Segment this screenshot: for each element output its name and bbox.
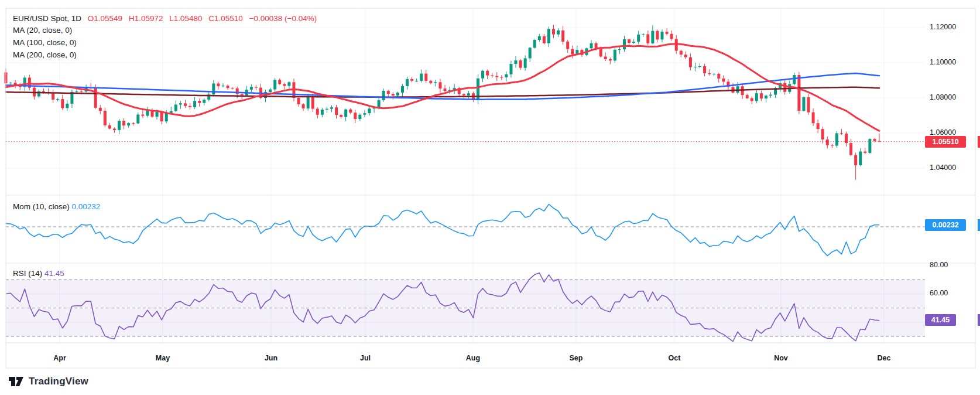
rsi-value-badge: 41.45 [925, 314, 956, 326]
rsi-legend[interactable]: RSI (14) 41.45 [13, 269, 64, 278]
ohlc-change: −0.00038 (−0.04%) [249, 14, 317, 23]
time-tick-label: Apr [53, 354, 66, 362]
momentum-legend-label[interactable]: Mom (10, close) [13, 202, 70, 211]
ohlc-low: L1.05480 [169, 14, 202, 23]
symbol-legend[interactable]: EUR/USD Spot, 1D O1.05549 H1.05972 L1.05… [13, 14, 317, 23]
ohlc-high: H1.05972 [129, 14, 163, 23]
momentum-legend[interactable]: Mom (10, close) 0.00232 [13, 202, 100, 211]
tradingview-logo-text: TradingView [29, 376, 88, 387]
ohlc-open: O1.05549 [88, 14, 122, 23]
rsi-tick-label: 80.00 [930, 261, 948, 269]
rsi-legend-value: 41.45 [44, 269, 64, 278]
time-tick-label: Jul [360, 354, 371, 362]
time-tick-label: May [156, 354, 170, 362]
rsi-tick-label: 60.00 [930, 289, 948, 297]
ma100-legend[interactable]: MA (100, close, 0) [13, 38, 77, 47]
symbol-title[interactable]: EUR/USD Spot, 1D [13, 14, 81, 23]
tradingview-logo[interactable]: TradingView [8, 375, 88, 388]
time-tick-label: Nov [774, 354, 788, 362]
price-tick-label: 1.10000 [930, 58, 956, 66]
price-chart-canvas[interactable] [0, 0, 980, 395]
ohlc-close: C1.05510 [208, 14, 243, 23]
time-tick-label: Jun [265, 354, 277, 362]
tradingview-chart-window: EUR/USD Spot, 1D O1.05549 H1.05972 L1.05… [0, 0, 980, 395]
ma20-legend[interactable]: MA (20, close, 0) [13, 26, 72, 35]
time-tick-label: Oct [669, 354, 681, 362]
price-tick-label: 1.08000 [930, 93, 956, 101]
momentum-legend-value: 0.00232 [72, 202, 101, 211]
rsi-legend-label[interactable]: RSI (14) [13, 269, 42, 278]
ma200-legend[interactable]: MA (200, close, 0) [13, 50, 77, 59]
tradingview-logo-icon [8, 375, 24, 388]
current-price-badge: 1.05510 [925, 136, 966, 148]
time-tick-label: Aug [466, 354, 480, 362]
price-tick-label: 1.06000 [930, 128, 956, 137]
price-tick-label: 1.12000 [930, 23, 956, 31]
price-tick-label: 1.04000 [930, 164, 956, 172]
momentum-value-badge: 0.00232 [925, 219, 966, 231]
time-tick-label: Sep [570, 354, 583, 362]
time-tick-label: Dec [878, 354, 891, 362]
